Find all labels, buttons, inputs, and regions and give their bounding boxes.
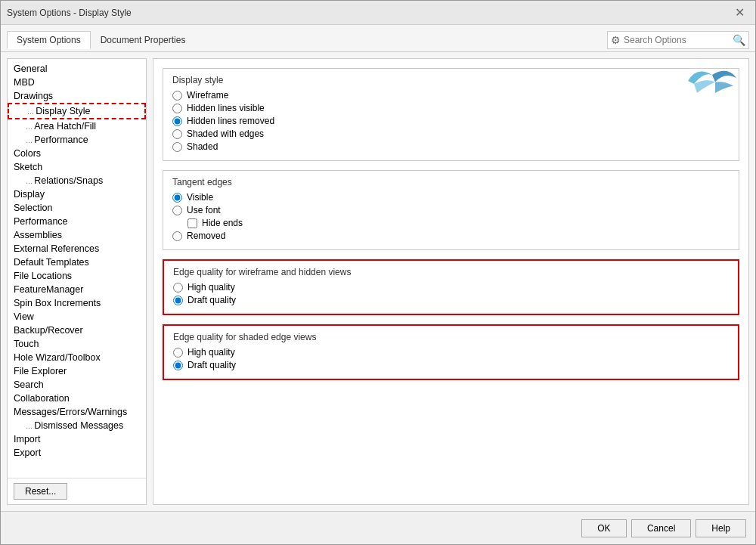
radio-wireframe[interactable]: [172, 91, 182, 101]
nav-item-colors[interactable]: Colors: [8, 147, 146, 160]
radio-draft-quality-shaded[interactable]: [173, 361, 183, 370]
nav-item-file-locations[interactable]: File Locations: [8, 269, 146, 283]
label-high-quality-shaded: High quality: [187, 347, 235, 358]
nav-item-sketch[interactable]: Sketch: [8, 160, 146, 174]
nav-item-search[interactable]: Search: [8, 378, 146, 392]
label-use-font: Use font: [187, 205, 221, 215]
nav-item-dismissed-messages[interactable]: ...Dismissed Messages: [8, 419, 146, 432]
dialog: System Options - Display Style ✕ System …: [0, 0, 756, 545]
cancel-button[interactable]: Cancel: [631, 519, 691, 537]
nav-item-display[interactable]: Display: [8, 187, 146, 201]
edge-quality-shaded-section: Edge quality for shaded edge views High …: [163, 324, 739, 380]
nav-item-default-templates[interactable]: Default Templates: [8, 255, 146, 269]
radio-high-quality-wire[interactable]: [173, 283, 183, 293]
nav-item-drawings[interactable]: Drawings: [8, 89, 146, 103]
radio-option-shaded: Shaded: [172, 141, 730, 152]
radio-shaded-with-edges[interactable]: [172, 129, 182, 139]
label-visible: Visible: [187, 192, 213, 203]
edge-shaded-options: High qualityDraft quality: [173, 347, 729, 370]
label-shaded-with-edges: Shaded with edges: [187, 129, 264, 139]
reset-btn-container: Reset...: [8, 478, 146, 504]
radio-shaded[interactable]: [172, 142, 182, 152]
ok-button[interactable]: OK: [581, 519, 627, 537]
search-box: ⚙ 🔍: [607, 31, 749, 49]
reset-button[interactable]: Reset...: [14, 483, 67, 500]
label-draft-quality-wire: Draft quality: [187, 295, 236, 305]
tangent-options: VisibleUse font: [172, 192, 730, 215]
nav-item-export[interactable]: Export: [8, 446, 146, 460]
tangent-edges-section: Tangent edges VisibleUse font Hide ends …: [163, 170, 739, 250]
nav-item-collaboration[interactable]: Collaboration: [8, 392, 146, 405]
nav-item-performance-drawings[interactable]: ...Performance: [8, 133, 146, 147]
nav-item-view[interactable]: View: [8, 310, 146, 324]
nav-list: GeneralMBDDrawings...Display Style...Are…: [8, 59, 146, 478]
radio-removed[interactable]: [172, 231, 182, 241]
label-hidden-lines-removed: Hidden lines removed: [187, 116, 274, 126]
nav-item-mbd[interactable]: MBD: [8, 76, 146, 89]
nav-item-messages-errors-warnings[interactable]: Messages/Errors/Warnings: [8, 405, 146, 419]
search-input[interactable]: [624, 35, 730, 45]
radio-option-high-quality-wire: High quality: [173, 282, 729, 293]
radio-option-hidden-lines-removed: Hidden lines removed: [172, 116, 730, 126]
nav-item-general[interactable]: General: [8, 62, 146, 76]
window-title: System Options - Display Style: [7, 8, 132, 18]
logo-area: [682, 62, 742, 102]
nav-item-touch[interactable]: Touch: [8, 337, 146, 351]
tree-prefix: ...: [26, 135, 33, 144]
radio-option-removed: Removed: [172, 231, 730, 241]
radio-option-use-font: Use font: [172, 205, 730, 215]
nav-item-external-references[interactable]: External References: [8, 242, 146, 255]
tree-prefix: ...: [27, 107, 34, 116]
left-panel: GeneralMBDDrawings...Display Style...Are…: [7, 58, 147, 505]
radio-draft-quality-wire[interactable]: [173, 296, 183, 305]
radio-option-draft-quality-wire: Draft quality: [173, 295, 729, 305]
nav-item-spin-box-increments[interactable]: Spin Box Increments: [8, 296, 146, 310]
edge-quality-wireframe-section: Edge quality for wireframe and hidden vi…: [163, 259, 739, 315]
nav-item-feature-manager[interactable]: FeatureManager: [8, 283, 146, 296]
nav-item-import[interactable]: Import: [8, 432, 146, 446]
gear-icon: ⚙: [611, 34, 621, 46]
radio-hidden-lines-visible[interactable]: [172, 104, 182, 113]
tree-prefix: ...: [26, 176, 33, 185]
label-hidden-lines-visible: Hidden lines visible: [187, 103, 265, 113]
help-button[interactable]: Help: [696, 519, 746, 537]
display-style-title: Display style: [172, 75, 730, 85]
radio-visible[interactable]: [172, 193, 182, 203]
nav-item-assemblies[interactable]: Assemblies: [8, 228, 146, 242]
nav-item-display-style[interactable]: ...Display Style: [8, 103, 146, 119]
nav-item-area-hatch-fill[interactable]: ...Area Hatch/Fill: [8, 119, 146, 133]
tree-prefix: ...: [26, 421, 33, 430]
tabs-container: System Options Document Properties: [7, 31, 195, 48]
edge-wireframe-options: High qualityDraft quality: [173, 282, 729, 305]
solidworks-logo: [682, 62, 742, 100]
label-draft-quality-shaded: Draft quality: [187, 360, 236, 370]
main-content: GeneralMBDDrawings...Display Style...Are…: [1, 52, 755, 511]
nav-item-relations-snaps[interactable]: ...Relations/Snaps: [8, 174, 146, 187]
hide-ends-option: Hide ends: [172, 218, 730, 228]
nav-item-file-explorer[interactable]: File Explorer: [8, 364, 146, 378]
edge-quality-shaded-title: Edge quality for shaded edge views: [173, 332, 729, 342]
tab-document-properties[interactable]: Document Properties: [91, 31, 196, 48]
radio-high-quality-shaded[interactable]: [173, 348, 183, 358]
display-style-section: Display style WireframeHidden lines visi…: [163, 68, 739, 161]
close-button[interactable]: ✕: [730, 5, 749, 20]
radio-option-wireframe: Wireframe: [172, 90, 730, 101]
radio-use-font[interactable]: [172, 206, 182, 215]
radio-option-visible: Visible: [172, 192, 730, 203]
tangent-edges-title: Tangent edges: [172, 177, 730, 187]
nav-item-selection[interactable]: Selection: [8, 201, 146, 215]
checkbox-hide-ends[interactable]: [187, 218, 197, 228]
radio-option-hidden-lines-visible: Hidden lines visible: [172, 103, 730, 113]
tab-system-options[interactable]: System Options: [7, 31, 91, 49]
nav-item-performance[interactable]: Performance: [8, 215, 146, 228]
nav-item-backup-recover[interactable]: Backup/Recover: [8, 324, 146, 337]
display-style-options: WireframeHidden lines visibleHidden line…: [172, 90, 730, 152]
edge-quality-wireframe-title: Edge quality for wireframe and hidden vi…: [173, 267, 729, 277]
radio-hidden-lines-removed[interactable]: [172, 116, 182, 126]
header-tabs: System Options Document Properties ⚙ 🔍: [1, 25, 755, 52]
footer: OK Cancel Help: [1, 511, 755, 544]
radio-option-high-quality-shaded: High quality: [173, 347, 729, 358]
nav-item-hole-wizard-toolbox[interactable]: Hole Wizard/Toolbox: [8, 351, 146, 364]
radio-option-draft-quality-shaded: Draft quality: [173, 360, 729, 370]
label-hide-ends: Hide ends: [202, 218, 243, 228]
